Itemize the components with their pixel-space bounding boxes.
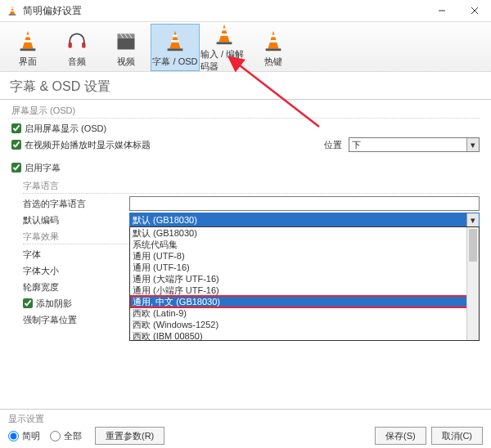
tab-audio[interactable]: 音频 xyxy=(52,24,101,71)
svg-marker-7 xyxy=(22,30,33,48)
tab-label: 热键 xyxy=(264,56,282,68)
tab-video[interactable]: 视频 xyxy=(101,24,151,71)
encoding-option[interactable]: 通用 (UTF-8) xyxy=(130,250,479,262)
toolbar: 界面 音频 视频 字幕 / OSD 输入 / 编解码器 热键 xyxy=(0,21,491,72)
preferred-lang-label: 首选的字幕语言 xyxy=(23,198,129,210)
encoding-option[interactable]: 西欧 (IBM 00850) xyxy=(130,330,479,341)
cone-icon xyxy=(260,28,286,54)
svg-rect-12 xyxy=(82,42,85,47)
window-title: 简明偏好设置 xyxy=(23,4,426,18)
position-combo[interactable]: 下 ▾ xyxy=(349,137,480,152)
svg-rect-10 xyxy=(20,48,36,51)
show-media-title-checkbox[interactable] xyxy=(11,140,21,150)
cone-icon xyxy=(211,22,237,47)
svg-rect-19 xyxy=(173,34,178,37)
svg-marker-22 xyxy=(218,25,229,43)
position-label: 位置 xyxy=(324,139,342,151)
enable-subtitles-checkbox[interactable] xyxy=(11,163,21,172)
svg-rect-13 xyxy=(118,38,135,49)
force-position-label: 强制字幕位置 xyxy=(23,314,129,326)
svg-rect-1 xyxy=(11,8,14,9)
cone-icon xyxy=(162,28,188,54)
tab-label: 字幕 / OSD xyxy=(152,56,197,68)
svg-rect-3 xyxy=(9,14,16,15)
close-button[interactable] xyxy=(458,0,491,21)
chevron-down-icon: ▾ xyxy=(466,138,479,151)
enable-osd-checkbox[interactable] xyxy=(11,123,21,133)
encoding-dropdown[interactable]: 默认 (GB18030)系统代码集通用 (UTF-8)通用 (UTF-16)通用… xyxy=(129,226,480,341)
all-label: 全部 xyxy=(64,430,82,442)
encoding-option[interactable]: 通用 (大端序 UTF-16) xyxy=(130,273,479,284)
svg-rect-8 xyxy=(25,34,30,37)
encoding-combo[interactable]: 默认 (GB18030) ▾ 默认 (GB18030)系统代码集通用 (UTF-… xyxy=(129,213,480,227)
svg-rect-2 xyxy=(11,11,14,11)
svg-rect-29 xyxy=(266,48,282,51)
svg-marker-26 xyxy=(268,30,278,48)
encoding-label: 默认编码 xyxy=(23,214,129,226)
tab-label: 音频 xyxy=(68,56,86,68)
clapperboard-icon xyxy=(113,28,139,54)
reset-button[interactable]: 重置参数(R) xyxy=(95,427,164,445)
cone-icon xyxy=(15,28,41,54)
tab-interface[interactable]: 界面 xyxy=(3,24,52,71)
cancel-button[interactable]: 取消(C) xyxy=(431,427,483,445)
show-media-title-label: 在视频开始播放时显示媒体标题 xyxy=(25,139,151,151)
encoding-option[interactable]: 通用 (小端序 UTF-16) xyxy=(130,284,479,296)
outline-label: 轮廓宽度 xyxy=(23,281,129,293)
svg-rect-11 xyxy=(69,42,72,47)
tab-label: 界面 xyxy=(19,56,37,68)
font-size-label: 字体大小 xyxy=(23,265,129,277)
scrollbar[interactable] xyxy=(466,227,479,340)
chevron-down-icon: ▾ xyxy=(466,213,479,226)
all-radio[interactable] xyxy=(50,431,61,441)
preferred-lang-input[interactable] xyxy=(129,196,480,211)
display-settings-label: 显示设置 xyxy=(8,413,370,425)
minimize-button[interactable] xyxy=(426,0,458,21)
encoding-selected: 默认 (GB18030) xyxy=(130,213,466,226)
encoding-option[interactable]: 西欧 (Windows-1252) xyxy=(130,319,479,330)
position-value: 下 xyxy=(349,139,466,151)
titlebar: 简明偏好设置 xyxy=(0,0,491,21)
encoding-option[interactable]: 系统代码集 xyxy=(130,239,479,250)
section-title: 字幕 & OSD 设置 xyxy=(0,72,491,100)
tab-hotkeys[interactable]: 热键 xyxy=(249,24,298,71)
simple-radio[interactable] xyxy=(8,431,19,441)
svg-rect-27 xyxy=(271,34,276,37)
svg-rect-9 xyxy=(24,40,31,43)
svg-marker-18 xyxy=(169,30,180,48)
window-controls xyxy=(426,0,491,21)
add-shadow-label: 添加阴影 xyxy=(36,298,72,310)
svg-rect-28 xyxy=(269,40,277,43)
encoding-option[interactable]: 默认 (GB18030) xyxy=(130,227,479,239)
enable-subtitles-label: 启用字幕 xyxy=(25,162,61,174)
footer: 显示设置 简明 全部 重置参数(R) 保存(S) 取消(C) xyxy=(0,409,491,448)
tab-input-codecs[interactable]: 输入 / 编解码器 xyxy=(200,24,249,71)
simple-label: 简明 xyxy=(22,430,40,442)
svg-rect-20 xyxy=(171,40,178,43)
encoding-option[interactable]: 通用 (UTF-16) xyxy=(130,262,479,273)
save-button[interactable]: 保存(S) xyxy=(375,427,426,445)
add-shadow-checkbox[interactable] xyxy=(23,298,33,308)
svg-marker-0 xyxy=(10,6,15,14)
headphones-icon xyxy=(64,28,90,54)
svg-rect-24 xyxy=(220,34,227,36)
encoding-option[interactable]: 通用, 中文 (GB18030) xyxy=(130,296,479,307)
encoding-option[interactable]: 西欧 (Latin-9) xyxy=(130,307,479,319)
tab-subtitles-osd[interactable]: 字幕 / OSD xyxy=(151,24,200,71)
enable-osd-label: 启用屏幕显示 (OSD) xyxy=(25,123,106,135)
font-label: 字体 xyxy=(23,249,129,261)
tab-label: 输入 / 编解码器 xyxy=(200,48,248,73)
tab-label: 视频 xyxy=(117,56,135,68)
content-area: 屏幕显示 (OSD) 启用屏幕显示 (OSD) 在视频开始播放时显示媒体标题 位… xyxy=(0,105,491,327)
svg-rect-23 xyxy=(222,29,227,31)
svg-rect-25 xyxy=(217,42,232,44)
svg-rect-21 xyxy=(168,48,183,51)
app-icon xyxy=(7,5,18,16)
osd-group-title: 屏幕显示 (OSD) xyxy=(11,105,480,119)
subtitle-lang-group: 字幕语言 xyxy=(23,180,480,194)
